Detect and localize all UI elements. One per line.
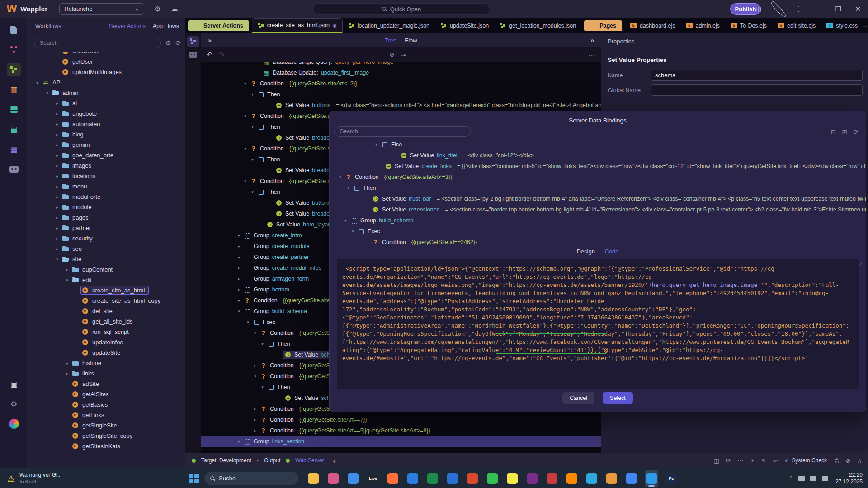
kebab-menu-icon[interactable]: ⋮ [788, 5, 808, 13]
refresh-icon[interactable]: ⟳ [853, 128, 859, 136]
tree-chevron-icon[interactable] [54, 195, 61, 199]
workflow-tree-item[interactable]: API [28, 77, 185, 88]
step-chevron-icon[interactable] [249, 92, 256, 97]
workflow-tree-item[interactable]: run_sql_script [28, 327, 185, 337]
tree-chevron-icon[interactable] [54, 247, 61, 251]
name-field[interactable] [651, 70, 863, 81]
edit-icon[interactable]: ✎ [761, 457, 766, 464]
tree-chevron-icon[interactable] [54, 216, 61, 220]
editor-tab[interactable]: To-Dos.ejs [725, 18, 772, 33]
tab-code[interactable]: Code [605, 248, 619, 255]
workflow-tree-item[interactable]: seo [28, 244, 185, 254]
tree-chevron-icon[interactable] [64, 361, 71, 366]
workflow-tree-item[interactable]: getUser [28, 56, 185, 67]
collapse-all-icon[interactable]: ⊟ [831, 128, 836, 136]
flow-step[interactable]: Condition {{queryGetSite.siteArt==7}} [201, 414, 601, 425]
workflow-tree-item[interactable]: pages [28, 212, 185, 223]
tree-chevron-icon[interactable] [54, 112, 61, 116]
workflow-tree-item[interactable]: security [28, 233, 185, 244]
workflow-tree-item[interactable]: adSite [28, 379, 185, 389]
workflow-tree-item[interactable]: angebote [28, 108, 185, 119]
taskbar-search[interactable]: Suche [204, 472, 298, 485]
tree-chevron-icon[interactable] [54, 205, 61, 210]
step-chevron-icon[interactable] [236, 255, 242, 259]
taskbar-app-icon[interactable] [525, 470, 539, 487]
workflow-tree-item[interactable]: dupContent [28, 264, 185, 275]
binding-tree-step[interactable]: Set Value rezensionen = <section class="… [330, 204, 866, 215]
editor-tab[interactable]: Pages [584, 20, 622, 31]
split-view-icon[interactable]: ◫ [749, 5, 769, 13]
flow-step[interactable]: Condition {{queryGetSite.siteArt<=2}} [201, 78, 601, 89]
step-chevron-icon[interactable] [236, 309, 242, 314]
tree-chevron-icon[interactable] [44, 91, 51, 95]
workflow-tree-item[interactable]: uploadMultiImages [28, 67, 185, 77]
taskbar-app-icon[interactable] [426, 470, 439, 487]
brush-icon[interactable]: ✏ [773, 457, 778, 464]
workflow-tree-item[interactable]: del_site [28, 306, 185, 316]
binding-tree-step[interactable]: Set Value link_titel = <div class="col-1… [330, 150, 866, 161]
system-check-button[interactable]: ✓System Check [785, 457, 827, 464]
editor-tab[interactable]: location_updater_magic.json [343, 18, 435, 33]
filter-gear-icon[interactable]: ⚙ [165, 39, 171, 47]
step-chevron-icon[interactable] [252, 374, 259, 379]
editor-tab[interactable]: Server Actions [188, 20, 249, 31]
flow-step[interactable]: Set Value buttons = <div class="hero-act… [201, 100, 601, 111]
workflow-tree-item[interactable]: module [28, 202, 185, 212]
tree-chevron-icon[interactable] [64, 371, 71, 376]
binding-tree-step[interactable]: Condition {{queryGetSite.id==2462}} [330, 237, 866, 247]
flow-step[interactable]: Condition {{queryGetSite.siteArt==5||que… [201, 425, 601, 436]
git-panel-icon[interactable] [0, 42, 28, 58]
flow-step[interactable]: Database Update: update_first_image [201, 67, 601, 78]
tab-design[interactable]: Design [576, 248, 594, 255]
close-button[interactable]: ✕ [848, 5, 868, 13]
workflow-tree-item[interactable]: automaten [28, 119, 185, 129]
workflow-tree-item[interactable]: historie [28, 358, 185, 368]
tree-chevron-icon[interactable] [54, 184, 61, 189]
step-chevron-icon[interactable] [342, 218, 349, 223]
components-panel-icon[interactable]: ▦ [0, 141, 28, 157]
workflow-tree-item[interactable]: getSitesInKats [28, 441, 185, 451]
weather-alert-widget[interactable]: ⚠ Warnung vor Gl... In Kraft [0, 468, 69, 488]
workflow-manager-icon[interactable] [187, 36, 199, 47]
workflow-tree-item[interactable]: edit [28, 275, 185, 285]
restore-button[interactable]: ❐ [828, 5, 848, 13]
tree-chevron-icon[interactable] [54, 226, 61, 230]
beaker-icon[interactable]: ⚗ [834, 457, 839, 464]
connections-icon[interactable]: ⚡ [750, 457, 755, 464]
workflow-tree-item[interactable]: site [28, 254, 185, 264]
step-chevron-icon[interactable] [259, 342, 266, 346]
workflow-tree-item[interactable]: ai [28, 98, 185, 108]
target-selector[interactable]: Target: Development [201, 457, 251, 464]
editor-tab[interactable]: admin.ejs [681, 18, 726, 33]
styles-panel-icon[interactable]: ▥ [0, 81, 28, 98]
workflow-tree-item[interactable]: images [28, 160, 185, 171]
step-chevron-icon[interactable] [373, 142, 380, 147]
quick-open-button[interactable]: Quick Open [313, 3, 490, 15]
network-icon[interactable] [798, 476, 805, 481]
step-chevron-icon[interactable] [249, 125, 256, 129]
editor-tab[interactable]: edit-site.ejs [772, 18, 821, 33]
workflow-tree-item[interactable]: locations [28, 171, 185, 181]
add-target-button[interactable]: + [332, 457, 336, 465]
workflow-tree-item[interactable]: links [28, 368, 185, 379]
step-chevron-icon[interactable] [337, 175, 344, 179]
robot-ai-icon[interactable] [0, 161, 28, 177]
expand-all-icon[interactable]: ⊞ [842, 128, 848, 136]
workflow-tree-item[interactable]: menu [28, 181, 185, 192]
flow-step[interactable]: Then [201, 89, 601, 100]
code-editor[interactable]: '<script type="application/ld+json">{"@c… [337, 259, 859, 389]
taskbar-app-icon[interactable] [545, 470, 559, 487]
flow-step[interactable]: Group links_section [201, 436, 601, 447]
taskbar-app-icon[interactable] [585, 470, 599, 487]
files-panel-icon[interactable] [0, 22, 28, 38]
step-chevron-icon[interactable] [249, 190, 256, 194]
binding-tree-step[interactable]: Then [330, 183, 866, 193]
workflow-tree-item[interactable]: create_site_as_html [28, 285, 185, 296]
workflows-search-input[interactable] [34, 38, 161, 48]
binding-tree-step[interactable]: Set Value trust_bar = <section class="py… [330, 193, 866, 204]
tree-chevron-icon[interactable] [54, 132, 61, 137]
step-chevron-icon[interactable] [236, 277, 242, 281]
tree-chevron-icon[interactable] [54, 143, 61, 147]
disable-step-icon[interactable]: ⊘ [389, 51, 401, 58]
cancel-button[interactable]: Cancel [562, 392, 594, 404]
